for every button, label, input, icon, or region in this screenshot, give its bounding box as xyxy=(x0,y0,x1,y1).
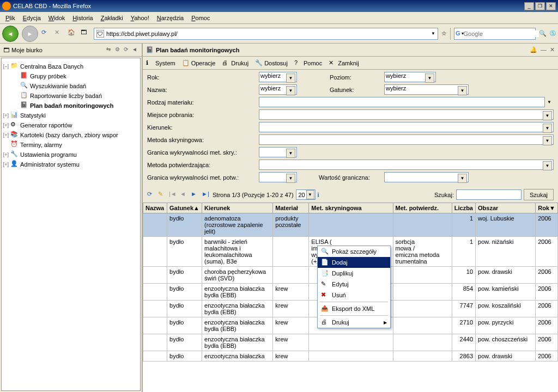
select-rok[interactable]: wybierz xyxy=(259,72,297,82)
tree-item-10[interactable]: [+]👤Administrator systemu xyxy=(3,160,139,169)
menu-zakładki[interactable]: Zakładki xyxy=(98,14,126,22)
search-go-icon[interactable]: 🔍 xyxy=(539,30,547,37)
back-button[interactable]: ◄ xyxy=(2,26,19,42)
close-button[interactable]: ✕ xyxy=(546,2,556,10)
last-page-icon[interactable]: ►| xyxy=(202,191,210,199)
tree-item-3[interactable]: 📋Raportowanie liczby badań xyxy=(3,91,139,101)
context-menu: 🔍Pokaż szczegóły📄Dodaj📑Duplikuj✎Edytuj✖U… xyxy=(317,246,391,328)
next-page-icon[interactable]: ► xyxy=(191,191,199,199)
col-rok[interactable]: Rok▼ xyxy=(536,203,558,213)
tree-item-9[interactable]: [+]🔧Ustawienia programu xyxy=(3,150,139,160)
col-kierunek[interactable]: Kierunek xyxy=(202,203,273,213)
book-icon: 📓 xyxy=(146,46,154,53)
select-met-potw[interactable] xyxy=(259,160,554,170)
toolbar-zamknij[interactable]: ✕Zamknij xyxy=(329,59,359,67)
ctx-usuń[interactable]: ✖Usuń xyxy=(318,290,390,301)
prev-page-icon[interactable]: ◄ xyxy=(180,191,189,199)
url-input[interactable] xyxy=(106,30,431,37)
label-met-potw: Metoda potwierdzająca: xyxy=(147,162,259,168)
filter-form: Rok: wybierz Poziom: wybierz Nazwa: wybi… xyxy=(143,70,558,187)
tree-item-1[interactable]: 📕Grupy próbek xyxy=(3,71,139,81)
toolbar-system[interactable]: ℹSystem xyxy=(146,59,175,67)
search-input[interactable] xyxy=(464,30,539,37)
tree-item-8[interactable]: ⏰Terminy, alarmy xyxy=(3,140,139,150)
col-metpotwierdz[interactable]: Met. potwierdz. xyxy=(393,203,452,213)
menu-historia[interactable]: Historia xyxy=(69,14,96,22)
edit-icon[interactable]: ✎ xyxy=(158,191,167,199)
info-icon[interactable]: i xyxy=(318,192,319,198)
pagesize-select[interactable]: 20 xyxy=(296,189,316,200)
page-toolbar: ℹSystem📋Operacje🖨Drukuj🔧Dostosuj?Pomoc✕Z… xyxy=(143,57,558,70)
select-poziom[interactable]: wybierz xyxy=(384,72,436,82)
select-gatunek[interactable]: wybierz xyxy=(384,84,469,95)
search-button[interactable]: Szukaj xyxy=(524,189,554,200)
col-obszar[interactable]: Obszar xyxy=(476,203,536,213)
tree-item-4[interactable]: 📓Plan badań monitoringowych xyxy=(3,101,139,111)
ctx-edytuj[interactable]: ✎Edytuj xyxy=(318,279,390,290)
url-bar[interactable]: 🛡 ▼ xyxy=(94,28,438,40)
col-metskryningowa[interactable]: Met. skryningowa xyxy=(309,203,393,213)
dropdown-icon[interactable]: ▼ xyxy=(545,100,554,105)
col-liczba[interactable]: Liczba xyxy=(452,203,475,213)
menu-yahoo![interactable]: Yahoo! xyxy=(128,14,153,22)
toolbar-pomoc[interactable]: ?Pomoc xyxy=(294,59,322,67)
restore-button[interactable]: ❐ xyxy=(535,2,545,10)
table-row[interactable]: bydłoenzootyczna białaczka bydła (EBB)kr… xyxy=(143,334,558,351)
pagination-text: Strona 1/3 (Pozycje 1-20 z 47) xyxy=(213,192,294,198)
close-panel-icon[interactable]: ✕ xyxy=(550,46,555,53)
label-gatunek: Gatunek: xyxy=(330,87,384,93)
menu-widok[interactable]: Widok xyxy=(45,14,69,22)
menu-pomoc[interactable]: Pomoc xyxy=(188,14,213,22)
forward-button[interactable]: ► xyxy=(22,26,38,42)
select-miejsce[interactable] xyxy=(259,109,554,120)
tree-item-0[interactable]: [−]📁Centralna Baza Danych xyxy=(3,62,139,71)
select-nazwa[interactable]: wybierz xyxy=(259,84,297,95)
collapse-icon[interactable]: ◄ xyxy=(131,46,138,54)
star-icon[interactable]: ☆ xyxy=(441,30,447,37)
tree-item-6[interactable]: [+]⚙Generator raportów xyxy=(3,120,139,130)
tree-item-5[interactable]: [+]📊Statystyki xyxy=(3,111,139,120)
select-granica-potw[interactable] xyxy=(259,172,297,182)
toolbar-operacje[interactable]: 📋Operacje xyxy=(182,59,216,67)
select-met-skr[interactable] xyxy=(259,134,554,145)
pagination-bar: ⟳ ✎ |◄ ◄ ► ►| Strona 1/3 (Pozycje 1-20 z… xyxy=(143,187,558,203)
menu-plik[interactable]: Plik xyxy=(2,14,19,22)
stop-icon[interactable]: ✕ xyxy=(54,29,64,39)
menu-narzędzia[interactable]: Narzędzia xyxy=(154,14,187,22)
grid-search-input[interactable] xyxy=(456,189,521,200)
toolbar-drukuj[interactable]: 🖨Drukuj xyxy=(222,59,248,67)
minimize-panel-icon[interactable]: — xyxy=(541,46,547,53)
toolbar-dostosuj[interactable]: 🔧Dostosuj xyxy=(255,59,288,67)
refresh-icon[interactable]: ⟳ xyxy=(122,46,130,54)
ctx-dodaj[interactable]: 📄Dodaj xyxy=(318,257,390,268)
refresh-icon[interactable]: ⟳ xyxy=(147,191,156,199)
label-miejsce: Miejsce pobrania: xyxy=(147,112,259,118)
search-box[interactable]: G▾ xyxy=(454,28,536,40)
select-wartosc[interactable] xyxy=(384,172,469,182)
col-materia[interactable]: Materiał xyxy=(273,203,309,213)
col-gatunek[interactable]: Gatunek▲ xyxy=(167,203,202,213)
select-granica-skr[interactable] xyxy=(259,147,297,157)
menu-edycja[interactable]: Edycja xyxy=(20,14,44,22)
dropdown-icon[interactable]: ▼ xyxy=(431,31,435,36)
col-nazwa[interactable]: Nazwa xyxy=(143,203,167,213)
pin-icon[interactable]: ⇆ xyxy=(105,46,112,54)
tree-item-7[interactable]: [+]📚Kartoteki (bazy danych, zbiory wspor xyxy=(3,130,139,140)
ctx-eksportdoxml[interactable]: 📤Eksport do XML xyxy=(318,303,390,314)
reload-icon[interactable]: ⟳ xyxy=(41,29,51,39)
select-kierunek[interactable] xyxy=(259,122,554,132)
skype-icon[interactable]: Ⓢ xyxy=(550,29,556,38)
desk-icon[interactable]: 🗔 xyxy=(81,29,90,39)
tree-item-2[interactable]: 🔍Wyszukiwanie badań xyxy=(3,81,139,91)
first-page-icon[interactable]: |◄ xyxy=(169,191,178,199)
bell-icon[interactable]: 🔔 xyxy=(530,46,537,53)
minimize-button[interactable]: _ xyxy=(524,2,534,10)
ctx-duplikuj[interactable]: 📑Duplikuj xyxy=(318,268,390,279)
ctx-drukuj[interactable]: 🖨Drukuj▶ xyxy=(318,317,390,328)
table-row[interactable]: bydłoenzootyczna białaczkakrew2863pow. d… xyxy=(143,351,558,362)
home-icon[interactable]: 🏠 xyxy=(68,29,77,39)
ctx-pokaższczegóły[interactable]: 🔍Pokaż szczegóły xyxy=(318,246,390,257)
cog-icon[interactable]: ⚙ xyxy=(113,46,121,54)
input-rodzaj[interactable] xyxy=(259,97,545,107)
table-row[interactable]: bydłoadenomatoza (rozrostowe zapalenie j… xyxy=(143,213,558,237)
